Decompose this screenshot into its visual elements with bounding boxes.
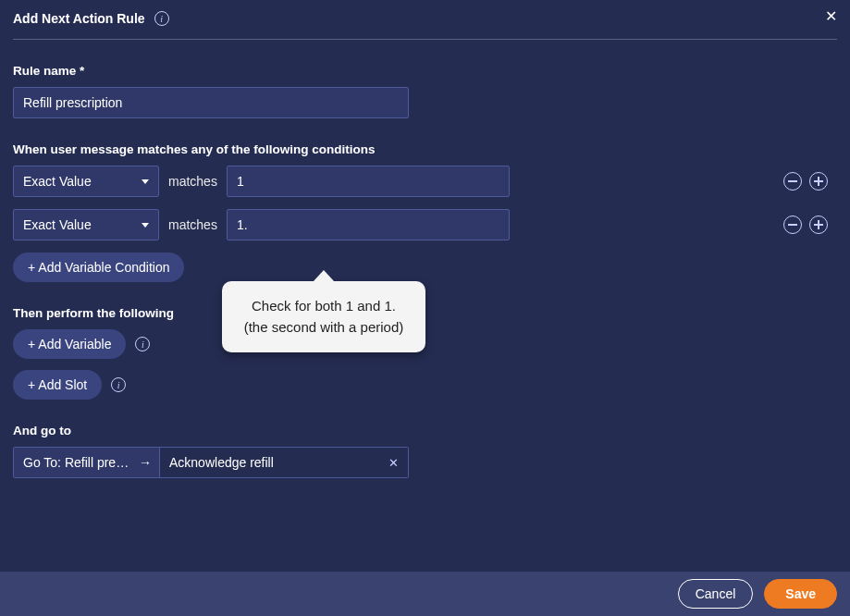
remove-condition-button[interactable] — [783, 172, 802, 191]
info-icon[interactable]: i — [111, 377, 126, 392]
minus-icon — [788, 180, 797, 182]
condition-operator-value: Exact Value — [23, 217, 92, 232]
add-slot-button[interactable]: + Add Slot — [13, 370, 102, 400]
add-variable-condition-button[interactable]: + Add Variable Condition — [13, 253, 184, 282]
goto-picker: Go To: Refill prescri… → Acknowledge ref… — [13, 447, 409, 478]
matches-keyword: matches — [168, 217, 217, 232]
save-button[interactable]: Save — [764, 579, 837, 609]
conditions-heading: When user message matches any of the fol… — [13, 142, 837, 156]
info-icon[interactable]: i — [154, 11, 169, 26]
goto-select-label: Go To: Refill prescri… — [23, 455, 135, 470]
arrow-right-icon: → — [139, 455, 152, 470]
tooltip-line: Check for both 1 and 1. — [235, 296, 413, 317]
condition-row: Exact Value matches — [13, 209, 837, 240]
cancel-button[interactable]: Cancel — [678, 579, 754, 609]
condition-operator-select[interactable]: Exact Value — [13, 209, 159, 240]
chevron-down-icon — [142, 179, 149, 184]
rule-name-input[interactable] — [13, 87, 409, 118]
plus-icon — [814, 177, 823, 186]
remove-condition-button[interactable] — [783, 216, 802, 234]
dialog-footer: Cancel Save — [0, 572, 850, 616]
tooltip-line: (the second with a period) — [235, 317, 413, 339]
goto-heading: And go to — [13, 424, 837, 437]
plus-icon — [814, 220, 823, 229]
matches-keyword: matches — [168, 174, 217, 189]
dialog-header: Add Next Action Rule i — [13, 11, 837, 40]
goto-target-label: Acknowledge refill — [169, 455, 274, 470]
add-condition-button[interactable] — [809, 216, 828, 234]
add-variable-button[interactable]: + Add Variable — [13, 329, 126, 359]
add-condition-button[interactable] — [809, 172, 828, 191]
clear-goto-icon[interactable]: ✕ — [388, 456, 399, 470]
condition-value-input[interactable] — [227, 166, 510, 197]
goto-select[interactable]: Go To: Refill prescri… → — [14, 448, 160, 477]
condition-operator-value: Exact Value — [23, 174, 92, 189]
chevron-down-icon — [142, 223, 149, 228]
condition-operator-select[interactable]: Exact Value — [13, 166, 159, 197]
instruction-tooltip: Check for both 1 and 1. (the second with… — [222, 281, 425, 352]
minus-icon — [788, 224, 797, 226]
goto-target: Acknowledge refill ✕ — [160, 448, 408, 477]
close-icon[interactable]: ✕ — [825, 9, 837, 24]
rule-name-label: Rule name * — [13, 64, 837, 78]
condition-row: Exact Value matches — [13, 166, 837, 197]
condition-value-input[interactable] — [227, 209, 510, 240]
dialog-title: Add Next Action Rule — [13, 11, 145, 26]
info-icon[interactable]: i — [135, 337, 150, 351]
